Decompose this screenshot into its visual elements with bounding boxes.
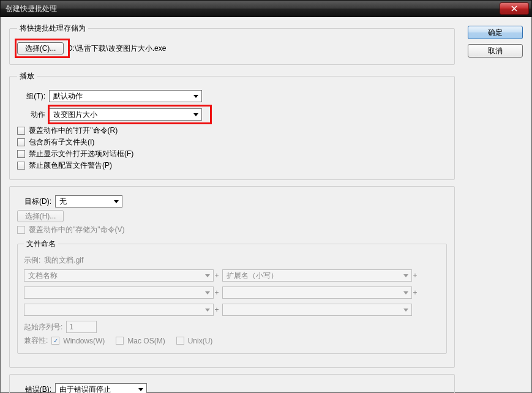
error-select-value: 由于错误而停止	[59, 384, 111, 394]
window-title: 创建快捷批处理	[1, 4, 57, 14]
naming-field-1: 文档名称	[24, 269, 214, 282]
compat-label: 兼容性:	[24, 335, 48, 346]
override-saveas-checkbox	[17, 226, 25, 234]
suppress-color-warn-label: 禁止颜色配置文件警告(P)	[29, 160, 112, 171]
ok-button[interactable]: 确定	[468, 26, 523, 39]
file-naming-group: 文件命名 示例: 我的文档.gif 文档名称 + 扩展名（小写） + + + +	[17, 239, 447, 354]
titlebar: 创建快捷批处理	[0, 0, 532, 17]
plus-icon: +	[412, 288, 418, 297]
target-select-value: 无	[59, 196, 67, 207]
naming-field-4	[222, 286, 412, 299]
file-naming-legend: 文件命名	[24, 239, 58, 249]
save-as-legend: 将快捷批处理存储为	[17, 23, 88, 34]
start-serial-label: 起始序列号:	[24, 322, 62, 332]
target-select[interactable]: 无	[55, 195, 122, 208]
plus-icon: +	[214, 305, 220, 314]
group-select[interactable]: 默认动作	[49, 90, 202, 102]
dialog-buttons: 确定 取消	[468, 26, 523, 58]
chevron-down-icon	[137, 385, 145, 393]
error-select[interactable]: 由于错误而停止	[55, 383, 147, 393]
error-label: 错误(B):	[17, 384, 51, 394]
chevron-down-icon	[192, 110, 200, 119]
suppress-color-warn-checkbox[interactable]	[17, 162, 25, 170]
action-select[interactable]: 改变图片大小	[49, 108, 202, 121]
include-subfolders-checkbox[interactable]	[17, 138, 25, 146]
action-select-value: 改变图片大小	[53, 110, 97, 120]
cancel-button[interactable]: 取消	[468, 44, 523, 58]
chevron-down-icon	[203, 271, 212, 280]
group-select-value: 默认动作	[53, 91, 83, 102]
close-button[interactable]	[500, 2, 529, 15]
naming-field-6	[222, 304, 412, 316]
chevron-down-icon	[402, 271, 410, 280]
target-label: 目标(D):	[17, 196, 51, 207]
action-label: 动作	[17, 110, 45, 120]
compat-mac-checkbox	[116, 337, 124, 345]
chevron-down-icon	[203, 288, 212, 297]
plus-icon: +	[214, 288, 220, 297]
chevron-down-icon	[402, 305, 410, 314]
compat-windows-checkbox	[51, 337, 59, 345]
close-icon	[511, 6, 518, 12]
group-label: 组(T):	[17, 91, 45, 102]
error-group: 错误(B): 由于错误而停止 存储为(S)...	[9, 374, 455, 393]
dialog-body: 确定 取消 将快捷批处理存储为 选择(C)... D:\迅雷下载\改变图片大小.…	[0, 17, 532, 393]
override-open-checkbox[interactable]	[17, 127, 25, 135]
suppress-open-dialog-checkbox[interactable]	[17, 150, 25, 158]
include-subfolders-label: 包含所有子文件夹(I)	[29, 137, 94, 148]
plus-icon: +	[412, 271, 418, 280]
choose-file-button[interactable]: 选择(C)...	[17, 42, 64, 54]
naming-field-2: 扩展名（小写）	[222, 269, 412, 282]
save-as-group: 将快捷批处理存储为 选择(C)... D:\迅雷下载\改变图片大小.exe	[9, 23, 455, 65]
compat-unix-label: Unix(U)	[188, 337, 213, 345]
chevron-down-icon	[203, 305, 212, 314]
naming-field-3	[24, 286, 214, 299]
naming-field-5	[24, 304, 214, 316]
override-open-label: 覆盖动作中的"打开"命令(R)	[29, 125, 118, 136]
play-group: 播放 组(T): 默认动作 动作 改变图片大小 覆盖动作中的"打开"命令(R) …	[9, 71, 455, 180]
compat-windows-label: Windows(W)	[63, 337, 105, 345]
chevron-down-icon	[192, 92, 200, 100]
chevron-down-icon	[112, 197, 121, 206]
target-group: 目标(D): 无 选择(H)... 覆盖动作中的"存储为"命令(V) 文件命名 …	[9, 186, 455, 368]
play-legend: 播放	[17, 71, 37, 81]
example-value: 我的文档.gif	[44, 255, 83, 266]
chevron-down-icon	[402, 288, 410, 297]
start-serial-input	[66, 321, 97, 333]
example-label: 示例:	[24, 255, 40, 266]
naming-grid: 文档名称 + 扩展名（小写） + + + +	[24, 269, 440, 316]
save-path-text: D:\迅雷下载\改变图片大小.exe	[67, 43, 166, 54]
compat-mac-label: Mac OS(M)	[127, 337, 165, 345]
choose-folder-button: 选择(H)...	[17, 210, 64, 222]
compat-unix-checkbox	[176, 337, 184, 345]
suppress-open-dialog-label: 禁止显示文件打开选项对话框(F)	[29, 149, 133, 159]
plus-icon: +	[214, 271, 220, 280]
override-saveas-label: 覆盖动作中的"存储为"命令(V)	[29, 225, 125, 235]
